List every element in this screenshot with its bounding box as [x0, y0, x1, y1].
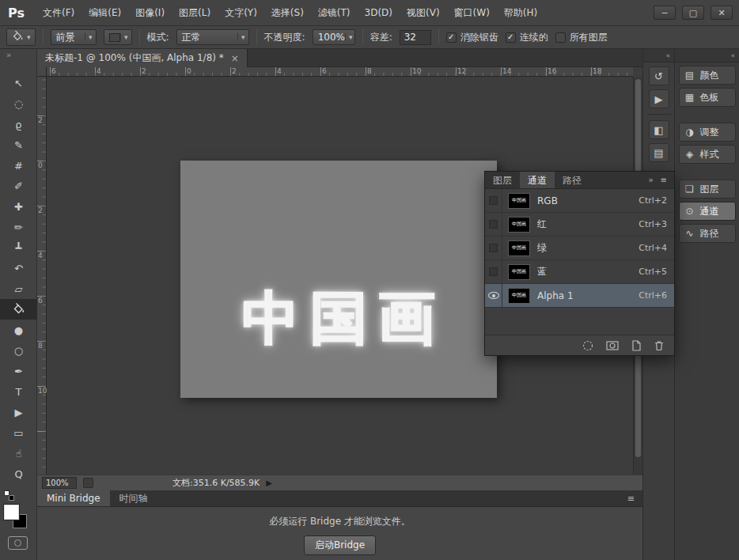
tab-mini-bridge[interactable]: Mini Bridge: [37, 490, 110, 506]
save-selection-as-channel-button[interactable]: [606, 340, 619, 351]
load-selection-button[interactable]: [582, 340, 594, 351]
menu-file[interactable]: 文件(F): [36, 0, 81, 26]
panel-button-swatches[interactable]: ▦ 色板: [679, 88, 736, 107]
foreground-color-swatch[interactable]: [4, 505, 19, 520]
all-layers-checkbox[interactable]: 所有图层: [555, 31, 608, 44]
channel-row-rgb[interactable]: 中国画 RGB Ctrl+2: [485, 189, 674, 213]
antialias-checkbox[interactable]: ✓ 消除锯齿: [446, 31, 498, 44]
eraser-tool[interactable]: ▱: [0, 278, 37, 299]
channel-row-blue[interactable]: 中国画 蓝 Ctrl+5: [485, 260, 674, 284]
channel-row-red[interactable]: 中国画 红 Ctrl+3: [485, 213, 674, 236]
menu-edit[interactable]: 编辑(E): [81, 0, 128, 26]
hand-tool[interactable]: ☝: [0, 443, 37, 464]
dodge-tool[interactable]: ○: [0, 340, 37, 361]
bottom-panel-tab-bar: Mini Bridge 时间轴 ≡: [37, 490, 642, 507]
channel-name: Alpha 1: [537, 290, 639, 301]
tolerance-input[interactable]: 32: [400, 30, 431, 45]
panel-menu-icon[interactable]: ≡: [661, 172, 667, 188]
panel-button-label: 调整: [700, 126, 719, 139]
eyedropper-tool[interactable]: ✐: [0, 176, 37, 196]
toolbar-collapse-chevron[interactable]: »: [0, 49, 36, 62]
ruler-number: 2: [38, 117, 43, 124]
clone-stamp-tool[interactable]: ┻: [0, 237, 37, 258]
menu-window[interactable]: 窗口(W): [447, 0, 497, 26]
dock-collapse-chevron[interactable]: «: [643, 49, 674, 62]
quick-selection-tool[interactable]: ✎: [0, 134, 37, 155]
quick-mask-button[interactable]: [8, 536, 28, 550]
document-tab[interactable]: 未标题-1 @ 100% (中国画, Alpha 1/8) * ×: [37, 49, 248, 67]
panel-button-color[interactable]: ▤ 颜色: [679, 66, 736, 85]
panel-button-adjustments[interactable]: ◑ 调整: [679, 123, 736, 142]
tab-layers[interactable]: 图层: [485, 172, 520, 188]
zoom-tool[interactable]: Q: [0, 464, 37, 484]
history-panel-button[interactable]: ↺: [649, 66, 669, 85]
visibility-toggle[interactable]: [485, 260, 502, 283]
lasso-tool[interactable]: ϱ: [0, 114, 37, 134]
launch-bridge-button[interactable]: 启动Bridge: [304, 535, 376, 555]
tab-timeline[interactable]: 时间轴: [110, 490, 157, 506]
default-colors-icon[interactable]: [4, 490, 17, 501]
move-tool[interactable]: ↖: [0, 73, 37, 93]
status-expand-arrow[interactable]: ▶: [266, 479, 272, 487]
rectangle-tool[interactable]: ▭: [0, 422, 37, 443]
blur-tool[interactable]: ●: [0, 320, 37, 340]
fill-source-select[interactable]: 前景 ▾: [51, 29, 97, 45]
restore-button[interactable]: ▢: [682, 6, 704, 20]
channel-thumbnail[interactable]: 中国画: [508, 240, 530, 256]
pen-tool[interactable]: ✒: [0, 361, 37, 381]
opacity-select[interactable]: 100% ▾: [313, 29, 355, 45]
close-button[interactable]: ✕: [711, 6, 733, 20]
type-tool[interactable]: T: [0, 381, 37, 402]
panel-button-layers[interactable]: ❏ 图层: [679, 180, 736, 199]
panel-button-styles[interactable]: ◈ 样式: [679, 145, 736, 164]
actions-panel-button[interactable]: ▶: [649, 89, 669, 108]
channel-thumbnail[interactable]: 中国画: [508, 217, 530, 233]
channel-row-green[interactable]: 中国画 绿 Ctrl+4: [485, 236, 674, 260]
delete-channel-button[interactable]: [654, 340, 665, 351]
marquee-tool[interactable]: ◌: [0, 93, 37, 114]
minimize-button[interactable]: ─: [654, 6, 676, 20]
status-icon[interactable]: [83, 478, 93, 488]
menu-view[interactable]: 视图(V): [400, 0, 447, 26]
new-channel-button[interactable]: [631, 340, 642, 351]
tab-channels[interactable]: 通道: [520, 172, 555, 188]
panel-expand-icon[interactable]: »: [648, 172, 653, 188]
panel-button-paths[interactable]: ∿ 路径: [679, 224, 736, 243]
panel-menu-icon[interactable]: ≡: [627, 490, 635, 506]
visibility-toggle[interactable]: [485, 189, 502, 212]
history-brush-tool[interactable]: ↶: [0, 258, 37, 278]
menu-image[interactable]: 图像(I): [128, 0, 172, 26]
channel-thumbnail[interactable]: 中国画: [508, 193, 530, 209]
menu-type[interactable]: 文字(Y): [218, 0, 264, 26]
tool-preset-picker[interactable]: ▾: [6, 28, 36, 46]
contiguous-checkbox[interactable]: ✓ 连续的: [506, 31, 548, 44]
mode-select[interactable]: 正常 ▾: [176, 29, 249, 45]
menu-3d[interactable]: 3D(D): [358, 0, 400, 26]
menu-layer[interactable]: 图层(L): [172, 0, 218, 26]
path-selection-tool[interactable]: ▶: [0, 402, 37, 422]
paint-bucket-tool[interactable]: [0, 299, 37, 320]
menu-filter[interactable]: 滤镜(T): [311, 0, 358, 26]
channel-list-empty-area: [485, 308, 674, 335]
visibility-toggle[interactable]: [485, 284, 502, 307]
crop-tool[interactable]: #: [0, 155, 37, 176]
pattern-picker[interactable]: ▾: [104, 29, 132, 45]
brush-tool[interactable]: ✏: [0, 217, 37, 237]
healing-brush-tool[interactable]: ✚: [0, 196, 37, 217]
tab-close-icon[interactable]: ×: [231, 53, 239, 64]
menu-help[interactable]: 帮助(H): [497, 0, 544, 26]
info-panel-button[interactable]: ▤: [649, 143, 669, 162]
properties-panel-button[interactable]: ◧: [649, 120, 669, 139]
visibility-toggle[interactable]: [485, 213, 502, 236]
channel-row-alpha1-selected[interactable]: 中国画 Alpha 1 Ctrl+6: [485, 284, 674, 308]
channel-thumbnail[interactable]: 中国画: [508, 264, 530, 280]
document-canvas[interactable]: 中国画: [180, 161, 497, 398]
chevron-down-icon: ▾: [345, 33, 356, 41]
visibility-toggle[interactable]: [485, 236, 502, 259]
dock-collapse-chevron[interactable]: «: [675, 49, 739, 62]
channel-thumbnail[interactable]: 中国画: [508, 288, 530, 304]
menu-select[interactable]: 选择(S): [264, 0, 311, 26]
tab-paths[interactable]: 路径: [555, 172, 589, 188]
panel-button-channels[interactable]: ⊙ 通道: [679, 202, 736, 221]
zoom-level-field[interactable]: 100%: [42, 477, 77, 489]
